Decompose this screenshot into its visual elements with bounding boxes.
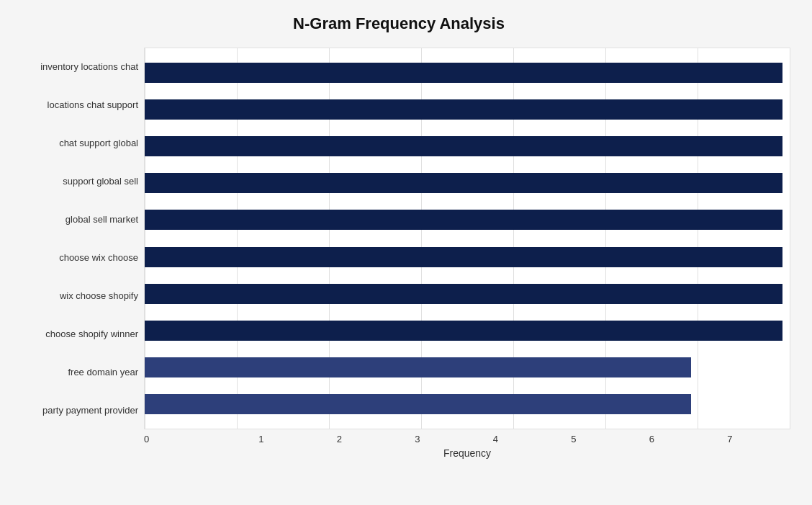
x-tick: 7 <box>691 429 770 444</box>
bar-row <box>145 91 782 128</box>
x-axis-label: Frequency <box>144 447 790 459</box>
y-label: global sell market <box>66 215 138 224</box>
bar <box>145 173 782 193</box>
x-tick: 2 <box>300 429 379 444</box>
bar <box>145 357 691 377</box>
x-tick: 5 <box>535 429 613 444</box>
bar <box>145 210 782 230</box>
bar-row <box>145 238 782 275</box>
x-tick: 0 <box>144 429 222 444</box>
bar-row <box>145 386 782 423</box>
x-ticks: 01234567 <box>144 429 790 444</box>
chart-title: N-Gram Frequency Analysis <box>7 14 790 33</box>
bar <box>145 136 782 156</box>
y-axis-labels: inventory locations chatlocations chat s… <box>7 48 144 429</box>
x-tick: 6 <box>613 429 691 444</box>
bar <box>145 284 782 304</box>
x-tick: 3 <box>379 429 457 444</box>
y-label: party payment provider <box>42 406 138 415</box>
y-label: choose wix choose <box>59 253 138 262</box>
bar <box>145 321 782 341</box>
bar-row <box>145 165 782 202</box>
bar-row <box>145 275 782 312</box>
y-label: chat support global <box>59 138 138 148</box>
bar <box>145 99 782 120</box>
y-label: support global sell <box>63 176 138 186</box>
bars-wrapper <box>145 48 790 429</box>
plot-area <box>144 48 790 429</box>
grid-line <box>790 48 790 429</box>
bar <box>145 63 782 83</box>
chart-container: N-Gram Frequency Analysis inventory loca… <box>0 0 812 505</box>
y-label: free domain year <box>68 367 138 377</box>
bar <box>145 394 691 414</box>
bar-row <box>145 312 782 349</box>
bar-row <box>145 128 782 164</box>
x-tick: 4 <box>456 429 535 444</box>
bar-row <box>145 202 782 238</box>
y-label: locations chat support <box>48 100 138 110</box>
bar-row <box>145 54 782 91</box>
bar-row <box>145 349 782 386</box>
x-tick: 1 <box>222 429 301 444</box>
y-label: wix choose shopify <box>60 291 138 300</box>
bar <box>145 247 782 267</box>
y-label: inventory locations chat <box>40 62 138 71</box>
y-label: choose shopify winner <box>45 329 138 339</box>
